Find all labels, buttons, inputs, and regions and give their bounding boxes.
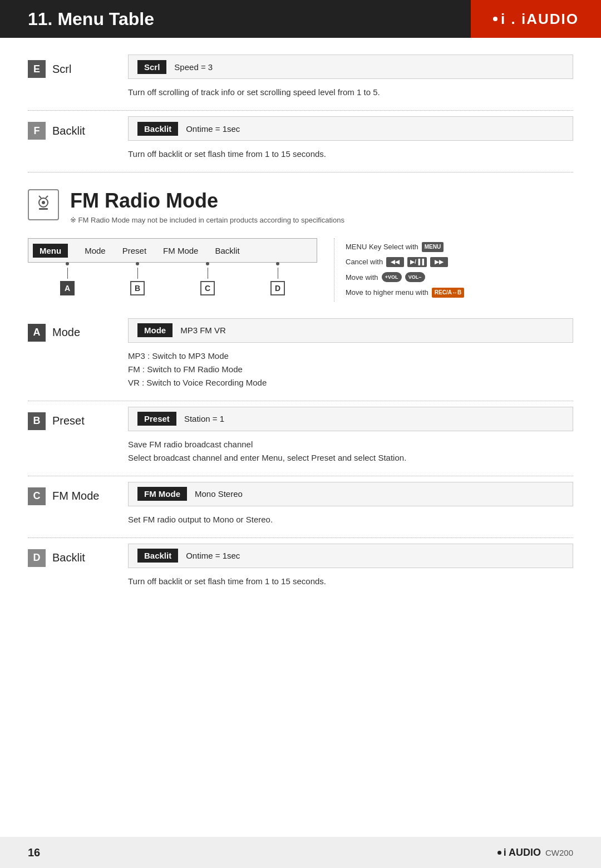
section-e-desc: Turn off scrolling of track info or set … [128,86,573,99]
instr-cancel: Cancel with ◀◀ ▶/▐▐ ▶▶ [346,255,573,268]
section-f: F Backlit Backlit Ontime = 1sec Turn off… [28,116,573,172]
section-b-right: Preset Station = 1 Save FM radio broadca… [128,407,573,465]
section-b-desc-1: Select broadcast channel and enter Menu,… [128,451,573,465]
section-e-value: Speed = 3 [174,62,213,72]
title-text: 11. Menu Table [28,9,154,29]
footer-logo: i AUDIO [497,847,541,859]
section-b-desc: Save FM radio broadcast channel Select b… [128,438,573,465]
menu-bar: Menu Mode Preset FM Mode Backlit [28,238,317,263]
menu-diagram: Menu Mode Preset FM Mode Backlit A B [28,238,317,293]
section-c-option-bar: FM Mode Mono Stereo [128,482,573,506]
footer-dot-icon [497,851,501,855]
section-a-desc-0: MP3 : Switch to MP3 Mode [128,349,573,363]
section-f-right: Backlit Ontime = 1sec Turn off backlit o… [128,116,573,161]
abcd-a-label: A [60,281,75,295]
key-rec-ab: REC/A↔B [432,288,464,298]
instr-move-text: Move with [346,271,378,284]
section-f-label: F Backlit [28,122,117,140]
abcd-d-line [278,268,278,279]
header-brand: i . iAUDIO [471,0,601,38]
section-d-label: D Backlit [28,549,117,567]
section-a-selected: Mode [137,323,173,337]
section-e-name: Scrl [52,63,71,76]
abcd-a-line [67,268,68,279]
menu-selected: Menu [33,244,68,258]
section-e-option-bar: Scrl Speed = 3 [128,55,573,79]
page-header: 11. Menu Table i . iAUDIO [0,0,601,38]
abcd-a-dot [66,262,69,265]
brand-text: i . iAUDIO [501,11,579,28]
abcd-c-line [208,268,208,279]
svg-point-1 [42,201,45,204]
badge-a: A [28,324,46,342]
instr-cancel-text: Cancel with [346,255,383,268]
key-playpause: ▶/▐▐ [407,257,427,267]
instr-menu-text: MENU Key Select with [346,240,418,253]
section-a-value: MP3 FM VR [180,326,226,335]
instr-move: Move with +VOL VOL– [346,271,573,284]
section-a-name: Mode [52,326,80,339]
section-c-name: FM Mode [52,490,99,502]
fm-title-area: FM Radio Mode ※ FM Radio Mode may not be… [70,189,573,225]
section-a-right: Mode MP3 FM VR MP3 : Switch to MP3 Mode … [128,318,573,389]
fm-radio-svg-icon [33,195,53,215]
abcd-c-dot [206,262,209,265]
section-d-right: Backlit Ontime = 1sec Turn off backlit o… [128,544,573,588]
main-content: E Scrl Scrl Speed = 3 Turn off scrolling… [0,38,601,622]
instr-higher-text: Move to higher menu with [346,286,428,299]
section-c-desc: Set FM radio output to Mono or Stereo. [128,513,573,526]
footer-model-text: CW200 [545,848,573,857]
abcd-row: A B C D [28,265,317,293]
svg-line-3 [39,196,41,198]
key-rewind: ◀◀ [386,257,404,267]
section-b: B Preset Preset Station = 1 Save FM radi… [28,407,573,476]
menu-item-mode: Mode [85,246,106,255]
section-a-desc-1: FM : Switch to FM Radio Mode [128,363,573,376]
section-d-name: Backlit [52,551,85,564]
section-f-value: Ontime = 1sec [186,124,240,134]
svg-line-4 [46,196,48,198]
abcd-b-label: B [130,281,145,295]
brand-dot-icon [493,17,497,21]
svg-rect-2 [39,208,48,210]
abcd-c-label: C [200,281,215,295]
section-b-desc-0: Save FM radio broadcast channel [128,438,573,451]
page-number: 16 [28,846,40,859]
abcd-d-dot [276,262,279,265]
section-f-option-bar: Backlit Ontime = 1sec [128,116,573,141]
section-b-value: Station = 1 [184,414,224,423]
abcd-a: A [60,262,75,295]
side-instructions: MENU Key Select with MENU Cancel with ◀◀… [334,238,573,302]
key-volup: +VOL [382,272,402,282]
abcd-b-line [137,268,138,279]
instr-higher: Move to higher menu with REC/A↔B [346,286,573,299]
section-e-selected: Scrl [137,60,166,74]
section-a-label: A Mode [28,324,117,342]
fm-icon [28,189,59,220]
footer-brand-text: i AUDIO [504,847,541,859]
section-b-option-bar: Preset Station = 1 [128,407,573,431]
section-a: A Mode Mode MP3 FM VR MP3 : Switch to MP… [28,318,573,401]
key-menu: MENU [422,242,444,252]
section-b-selected: Preset [137,412,176,426]
abcd-c: C [200,262,215,295]
abcd-d-label: D [270,281,285,295]
section-c-right: FM Mode Mono Stereo Set FM radio output … [128,482,573,526]
section-c-desc-0: Set FM radio output to Mono or Stereo. [128,513,573,526]
section-c: C FM Mode FM Mode Mono Stereo Set FM rad… [28,482,573,538]
section-a-desc: MP3 : Switch to MP3 Mode FM : Switch to … [128,349,573,389]
section-d-desc: Turn off backlit or set flash time from … [128,575,573,588]
section-e: E Scrl Scrl Speed = 3 Turn off scrolling… [28,55,573,111]
section-c-value: Mono Stereo [195,489,243,499]
abcd-d: D [270,262,285,295]
section-e-right: Scrl Speed = 3 Turn off scrolling of tra… [128,55,573,99]
abcd-container: A B C D [32,262,313,295]
key-voldown: VOL– [405,272,425,282]
section-a-desc-2: VR : Switch to Voice Recording Mode [128,376,573,389]
section-d: D Backlit Backlit Ontime = 1sec Turn off… [28,544,573,599]
footer-brand-area: i AUDIO CW200 [497,847,573,859]
section-f-selected: Backlit [137,122,178,136]
badge-e: E [28,60,46,78]
section-f-name: Backlit [52,125,85,137]
badge-b: B [28,412,46,430]
